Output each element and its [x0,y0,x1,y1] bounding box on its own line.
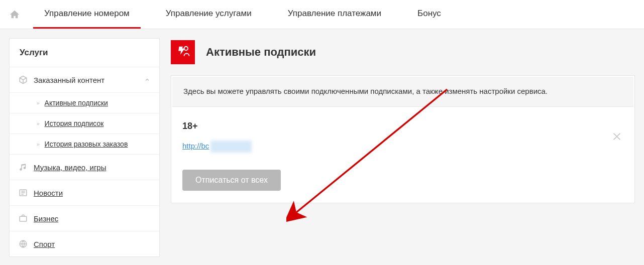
sidebar-item-label: Новости [34,189,63,197]
home-icon[interactable] [9,9,20,20]
url-redaction [210,141,252,153]
sidebar-item-label: Спорт [34,240,55,248]
sidebar-item-active-subscriptions[interactable]: » Активные подписки [10,93,159,113]
sidebar-item-music-video-games[interactable]: Музыка, видео, игры [10,155,159,180]
subscriptions-panel: Здесь вы можете управлять своими подключ… [171,75,635,203]
sidebar-item-sport[interactable]: Спорт [10,231,159,256]
subscription-url[interactable]: http://bc [182,142,209,150]
bullet-icon: » [37,121,40,126]
bullet-icon: » [37,142,40,147]
tab-bonus[interactable]: Бонус [406,0,452,29]
sidebar-item-label: Бизнес [34,214,58,223]
sidebar-item-business[interactable]: Бизнес [10,206,159,231]
sidebar-item-label: Музыка, видео, игры [34,163,106,172]
sidebar-group-label: Заказанный контент [34,76,104,84]
subscription-name: 18+ [182,121,623,131]
tab-payments-management[interactable]: Управление платежами [277,0,392,29]
tab-services-management[interactable]: Управление услугами [155,0,263,29]
sidebar-item-label: Активные подписки [45,99,108,107]
main-content: Активные подписки Здесь вы можете управл… [171,38,635,257]
tab-label: Управление номером [44,9,130,19]
tab-number-management[interactable]: Управление номером [33,0,141,29]
subscription-item: 18+ http://bc [171,108,634,166]
tab-label: Управление платежами [288,9,381,19]
top-nav: Управление номером Управление услугами У… [0,0,644,29]
services-tile-icon [171,40,195,64]
sidebar-item-onetime-orders-history[interactable]: » История разовых заказов [10,134,159,155]
svg-rect-4 [20,216,27,221]
bullet-icon: » [37,100,40,106]
music-icon [19,163,28,172]
sidebar: Услуги Заказанный контент » Активные под… [9,38,160,257]
chevron-up-icon [144,76,150,84]
sidebar-item-news[interactable]: Новости [10,180,159,206]
briefcase-icon [19,214,28,223]
sidebar-item-label: История разовых заказов [45,140,128,148]
tab-label: Управление услугами [166,9,252,19]
sidebar-title: Услуги [10,39,159,67]
page-title: Активные подписки [206,46,316,59]
sidebar-item-label: История подписок [45,119,104,127]
remove-subscription-button[interactable] [611,131,622,142]
unsubscribe-all-button[interactable]: Отписаться от всех [182,170,281,191]
sidebar-group-ordered-content[interactable]: Заказанный контент [10,67,159,93]
cube-icon [19,75,28,84]
sport-icon [19,239,28,248]
main-header: Активные подписки [171,40,635,64]
info-text: Здесь вы можете управлять своими подключ… [172,77,633,107]
news-icon [19,188,28,197]
tab-label: Бонус [417,9,441,19]
sidebar-item-subscription-history[interactable]: » История подписок [10,113,159,134]
